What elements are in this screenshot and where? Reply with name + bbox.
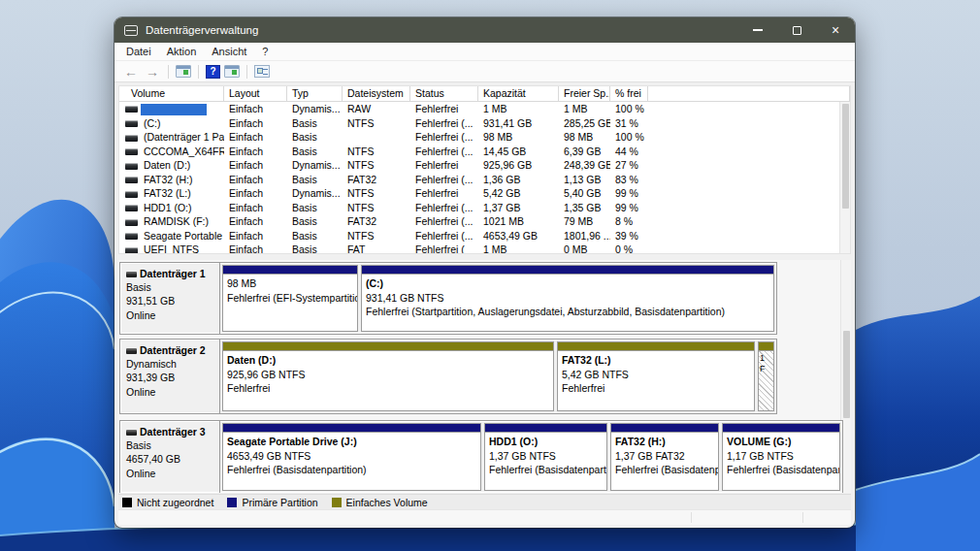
cell-layout: Einfach — [224, 202, 287, 213]
cell-status: Fehlerfrei (... — [410, 146, 478, 157]
cell-pct_frei: 44 % — [610, 146, 648, 157]
partition-size: 1,37 GB NTFS — [489, 449, 603, 464]
cell-layout: Einfach — [224, 131, 287, 143]
disk-graphical-view: Datenträger 1Basis931,51 GBOnline98 MBFe… — [118, 260, 851, 493]
cell-typ: Basis — [287, 202, 343, 213]
cell-typ: Dynamis... — [287, 103, 343, 114]
toolbar-separator — [198, 65, 199, 79]
cell-kapazitaet: 931,41 GB — [478, 117, 559, 129]
partition-size: 1 — [760, 353, 772, 364]
partition-fat32-l-[interactable]: FAT32 (L:)5,42 GB NTFSFehlerfrei — [557, 341, 755, 411]
volume-icon — [125, 205, 138, 211]
partition-color-strip — [362, 266, 773, 275]
disk-type: Dynamisch — [126, 357, 217, 371]
partition-status: Fehlerfrei (Basisdatenpart — [615, 463, 714, 477]
cell-freier_sp: 1,35 GB — [559, 202, 610, 213]
menu-aktion[interactable]: Aktion — [159, 43, 205, 60]
cell-volume: RAMDISK (F:) — [119, 215, 224, 227]
partition-volume-g-[interactable]: VOLUME (G:)1,17 GB NTFSFehlerfrei (Basis… — [722, 423, 840, 491]
unallocated-color-swatch — [122, 498, 132, 507]
cell-typ: Dynamis... — [287, 187, 343, 199]
app-icon — [124, 25, 138, 36]
volume-icon — [125, 163, 138, 170]
back-arrow-icon[interactable]: ← — [122, 65, 140, 79]
volume-row[interactable]: EinfachDynamis...RAWFehlerfrei1 MB1 MB10… — [119, 102, 839, 116]
cell-dateisystem: NTFS — [343, 117, 410, 129]
partition-hdd1-o-[interactable]: HDD1 (O:)1,37 GB NTFSFehlerfrei (Basisda… — [484, 423, 607, 491]
partition-details: (C:)931,41 GB NTFSFehlerfrei (Startparti… — [362, 275, 773, 331]
disk-info-2[interactable]: Datenträger 2Dynamisch931,39 GBOnline — [120, 340, 220, 413]
scrollbar-thumb[interactable] — [842, 104, 849, 209]
column-header-typ[interactable]: Typ — [287, 86, 343, 101]
volume-list-scrollbar[interactable] — [839, 102, 850, 253]
column-header-filler — [648, 86, 850, 101]
volume-row[interactable]: HDD1 (O:)EinfachBasisNTFSFehlerfrei (...… — [119, 201, 839, 215]
disk-info-1[interactable]: Datenträger 1Basis931,51 GBOnline — [120, 263, 220, 334]
partition-daten-d-[interactable]: Daten (D:)925,96 GB NTFSFehlerfrei — [222, 341, 554, 411]
cell-pct_frei: 27 % — [610, 159, 648, 171]
partition-seagate-portable-drive-j-[interactable]: Seagate Portable Drive (J:)4653,49 GB NT… — [222, 423, 481, 491]
column-header-pct_frei[interactable]: % frei — [610, 86, 648, 101]
column-header-volume[interactable]: Volume — [119, 86, 224, 101]
volume-row[interactable]: CCCOMA_X64FRE...EinfachBasisNTFSFehlerfr… — [119, 145, 839, 159]
show-window-icon[interactable] — [224, 65, 240, 78]
partition-label: Seagate Portable Drive (J:) — [227, 435, 476, 449]
volume-row[interactable]: Daten (D:)EinfachDynamis...NTFSFehlerfre… — [119, 158, 839, 173]
cell-typ: Dynamis... — [287, 159, 343, 171]
cell-status: Fehlerfrei — [410, 159, 478, 171]
window-title: Datenträgerverwaltung — [146, 24, 258, 36]
column-header-kapazitaet[interactable]: Kapazität — [478, 86, 559, 101]
volume-row[interactable]: (Datenträger 1 Par...EinfachBasisFehlerf… — [119, 130, 839, 145]
cell-kapazitaet: 4653,49 GB — [478, 230, 559, 242]
partition[interactable]: 1F — [758, 341, 774, 411]
properties-icon[interactable] — [254, 65, 270, 78]
partition-color-strip — [485, 424, 606, 433]
cell-typ: Basis — [287, 117, 343, 129]
column-header-freier_sp[interactable]: Freier Sp... — [559, 86, 610, 101]
partition-label: (C:) — [366, 276, 769, 291]
cell-pct_frei: 39 % — [610, 230, 648, 242]
cell-layout: Einfach — [224, 187, 287, 199]
partition-details: 98 MBFehlerfrei (EFI-Systempartitio — [223, 275, 357, 331]
column-header-layout[interactable]: Layout — [224, 86, 287, 101]
partition--c-[interactable]: (C:)931,41 GB NTFSFehlerfrei (Startparti… — [361, 265, 774, 332]
volume-row[interactable]: Seagate Portable ...EinfachBasisNTFSFehl… — [119, 229, 839, 243]
cell-volume: Seagate Portable ... — [119, 230, 224, 242]
column-header-status[interactable]: Status — [410, 86, 478, 101]
partition-color-strip — [558, 342, 754, 351]
volume-row[interactable]: UEFI_NTFSEinfachBasisFATFehlerfrei (1 MB… — [119, 243, 839, 253]
column-header-dateisystem[interactable]: Dateisystem — [343, 86, 410, 101]
cell-typ: Basis — [287, 131, 343, 143]
volume-row[interactable]: FAT32 (H:)EinfachBasisFAT32Fehlerfrei (.… — [119, 173, 839, 187]
disk-band-1: Datenträger 1Basis931,51 GBOnline98 MBFe… — [119, 262, 777, 335]
volume-icon — [125, 135, 138, 142]
volume-list[interactable]: VolumeLayoutTypDateisystemStatusKapazitä… — [118, 85, 851, 254]
volume-row[interactable]: FAT32 (L:)EinfachDynamis...NTFSFehlerfre… — [119, 186, 839, 201]
cell-status: Fehlerfrei (... — [410, 230, 478, 242]
cell-kapazitaet: 14,45 GB — [478, 146, 559, 157]
partition-color-strip — [223, 424, 480, 433]
help-icon[interactable]: ? — [206, 65, 220, 79]
cell-volume: Daten (D:) — [119, 159, 224, 171]
partition-status: F — [760, 364, 772, 374]
menu-help[interactable]: ? — [254, 43, 276, 60]
title-bar[interactable]: Datenträgerverwaltung × — [114, 17, 855, 43]
console-window-icon[interactable] — [176, 65, 191, 78]
forward-arrow-icon[interactable]: → — [144, 65, 161, 79]
scrollbar-thumb[interactable] — [843, 331, 850, 418]
menu-ansicht[interactable]: Ansicht — [204, 43, 254, 60]
partition-fat32-h-[interactable]: FAT32 (H:)1,37 GB FAT32Fehlerfrei (Basis… — [610, 423, 719, 491]
volume-icon — [125, 233, 138, 240]
partition-color-strip — [723, 424, 839, 433]
maximize-button[interactable] — [777, 17, 816, 43]
minimize-button[interactable] — [738, 17, 777, 43]
menu-datei[interactable]: Datei — [118, 43, 159, 60]
cell-layout: Einfach — [224, 215, 287, 227]
volume-row[interactable]: (C:)EinfachBasisNTFSFehlerfrei (...931,4… — [119, 116, 839, 131]
partition[interactable]: 98 MBFehlerfrei (EFI-Systempartitio — [222, 265, 358, 332]
volume-row[interactable]: RAMDISK (F:)EinfachBasisFAT32Fehlerfrei … — [119, 214, 839, 229]
close-button[interactable]: × — [816, 17, 855, 43]
disk-type: Basis — [126, 280, 217, 294]
disk-info-3[interactable]: Datenträger 3Basis4657,40 GBOnline — [120, 421, 220, 493]
partition-status: Fehlerfrei — [227, 381, 549, 396]
